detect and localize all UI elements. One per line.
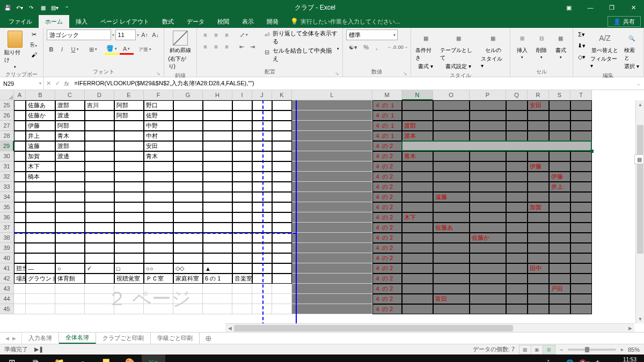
cell[interactable] [506,233,528,243]
cell[interactable] [470,151,506,161]
cell[interactable] [173,182,203,192]
cell[interactable] [272,212,292,223]
cell[interactable] [14,294,26,304]
cell[interactable] [144,212,173,223]
cell[interactable] [173,304,203,314]
formula-input[interactable]: =IFERROR(VLOOKUP($M29&$N$2,入力名簿!A28:D28,… [71,77,633,90]
cell[interactable]: 遠藤 [433,192,470,202]
ribbon-options-icon[interactable]: ▣ [558,0,580,15]
cell[interactable] [85,161,114,172]
percent-icon[interactable]: % [361,42,371,53]
cell[interactable] [528,233,549,243]
cell[interactable] [14,110,26,121]
sticky-icon[interactable]: ▇ [94,354,118,362]
cell[interactable] [85,233,114,243]
cell[interactable] [506,274,528,284]
cell[interactable] [292,294,372,304]
col-header[interactable]: S [549,90,570,100]
cell[interactable] [470,212,506,223]
cell[interactable]: 井上 [26,131,55,141]
cell[interactable] [570,253,592,263]
cell[interactable]: 阿部 [114,100,144,110]
cell[interactable] [272,121,292,131]
cell[interactable] [292,212,372,223]
cell[interactable] [114,243,144,253]
row-header[interactable]: 40 [0,253,14,263]
cell[interactable] [292,223,372,233]
cell[interactable] [549,141,570,151]
cell[interactable] [549,263,570,274]
cell[interactable] [528,274,549,284]
cell[interactable]: ４ の 2 [372,294,402,304]
cell[interactable] [173,294,203,304]
close-button[interactable]: ✕ [623,0,644,15]
cell[interactable] [292,233,372,243]
cell[interactable] [232,304,252,314]
cell[interactable] [173,161,203,172]
cell[interactable] [506,294,528,304]
cell[interactable] [528,223,549,233]
format-table-button[interactable]: ▦テーブルとして書式設定 ▾ [439,29,477,71]
tab-insert[interactable]: 挿入 [69,15,94,28]
cell[interactable] [570,182,592,192]
cell[interactable] [470,100,506,110]
cell[interactable] [26,233,55,243]
task-view-icon[interactable]: ⧉ [24,354,47,362]
cell[interactable] [252,304,272,314]
cell[interactable] [85,172,114,182]
cell[interactable] [55,304,85,314]
cell[interactable]: ４ の １ [372,131,402,141]
add-sheet-button[interactable]: ⊕ [200,333,217,344]
phonetic-button[interactable]: ア亜▾ [138,44,152,55]
cell[interactable] [470,304,506,314]
col-header[interactable]: M [372,90,402,100]
cell[interactable]: 場所 [14,274,26,284]
font-color-button[interactable]: A▾ [120,44,134,55]
cell[interactable] [85,274,114,284]
cell[interactable] [470,182,506,192]
cell[interactable] [14,100,26,110]
cell[interactable] [114,223,144,233]
cell[interactable] [470,294,506,304]
paint-icon[interactable]: 🎨 [118,354,142,362]
cell[interactable] [55,182,85,192]
cell[interactable] [252,274,272,284]
cell[interactable]: 井上 [549,182,570,192]
cell[interactable] [85,243,114,253]
cell[interactable] [292,304,372,314]
cell[interactable] [402,263,433,274]
cell[interactable] [114,192,144,202]
cell[interactable] [203,294,232,304]
cell[interactable] [470,131,506,141]
insert-cells-button[interactable]: ⊞挿入▾ [514,29,531,61]
cell[interactable] [470,263,506,274]
cell[interactable] [252,294,272,304]
cell[interactable] [570,121,592,131]
cell[interactable]: ▲ [203,263,232,274]
cell[interactable] [252,131,272,141]
cell[interactable] [203,131,232,141]
cell[interactable] [549,253,570,263]
cell[interactable] [55,161,85,172]
row-header[interactable]: 30 [0,151,14,161]
increase-indent-icon[interactable]: ⇥ [247,41,257,52]
minimize-button[interactable]: — [580,0,601,15]
ie-icon[interactable]: e [71,354,94,362]
cell[interactable] [292,161,372,172]
cell[interactable] [570,284,592,294]
cell[interactable] [528,121,549,131]
zoom-in-button[interactable]: + [620,346,624,353]
delete-cells-button[interactable]: ⊟削除▾ [533,29,550,61]
cell[interactable] [470,253,506,263]
cell[interactable] [14,284,26,294]
cell[interactable] [232,253,252,263]
font-size-select[interactable]: 11 [115,29,136,40]
cell[interactable]: ○ [55,263,85,274]
cell[interactable] [203,182,232,192]
cell[interactable] [272,274,292,284]
cell[interactable] [528,131,549,141]
cell[interactable]: 渡部 [402,121,433,131]
cell[interactable] [203,253,232,263]
col-header[interactable]: J [252,90,272,100]
cell[interactable] [232,202,252,212]
